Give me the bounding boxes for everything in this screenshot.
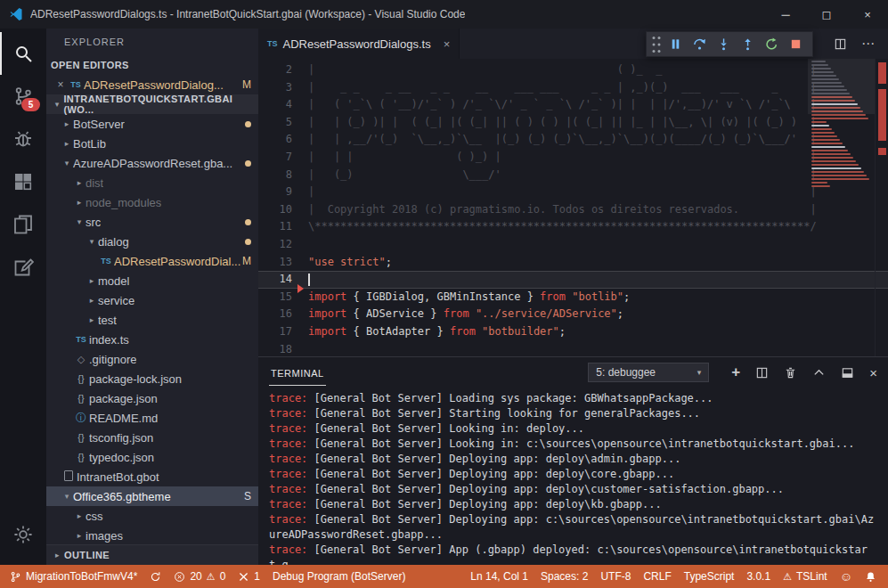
tree-item-typedoc-json[interactable]: {}typedoc.json <box>46 447 258 467</box>
tree-item-src[interactable]: ▾src <box>46 212 258 232</box>
drag-handle-icon[interactable] <box>651 37 662 52</box>
close-button[interactable]: × <box>847 0 888 29</box>
code-line-12[interactable]: 12 <box>258 236 888 254</box>
status-item-typescript[interactable]: TypeScript <box>678 565 741 588</box>
workspace-section-header[interactable]: ▾ INTRANETBOTQUICKSTART.GBAI (WO... <box>46 94 258 114</box>
problems-status[interactable]: 20 ⚠ 0 <box>167 565 232 588</box>
minimize-button[interactable]: ─ <box>765 0 806 29</box>
debug-status[interactable]: Debug Program (BotServer) <box>266 565 411 588</box>
settings-gear-button[interactable] <box>0 513 46 556</box>
tree-item-package-json[interactable]: {}package.json <box>46 388 258 408</box>
line-number: 16 <box>258 306 292 323</box>
notifications-button[interactable] <box>859 565 883 588</box>
tree-item-botserver[interactable]: ▸BotServer <box>46 114 258 134</box>
code-line-17[interactable]: 17import { BotAdapter } from "botbuilder… <box>258 323 888 341</box>
code-line-10[interactable]: 10| Copyright 2018 (c) pragmatismo.io. T… <box>258 201 888 219</box>
code-line-5[interactable]: 5| | (_) )| | ( (_| |( (_| || ( ) ( ) |(… <box>258 114 888 132</box>
tree-item-readme-md[interactable]: ⓘREADME.md <box>46 408 258 428</box>
tree-item-model[interactable]: ▸model <box>46 271 258 290</box>
split-terminal-button[interactable] <box>755 366 769 380</box>
toggle-panel-position-button[interactable] <box>841 366 854 380</box>
code-line-14[interactable]: 14 <box>258 271 888 289</box>
code-editor[interactable]: 2| ( )_ _ |3| _ _ _ __ _ _ __ ___ ___ _ … <box>258 59 888 356</box>
activity-extensions-button[interactable] <box>0 160 46 203</box>
tree-item-office365-gbtheme[interactable]: ▾Office365.gbthemeS <box>46 486 258 506</box>
stop-button[interactable] <box>784 33 808 55</box>
kill-terminal-button[interactable] <box>784 366 797 380</box>
tasks-status[interactable]: 1 <box>232 565 266 588</box>
minimap-slider[interactable] <box>808 59 876 114</box>
tree-item-service[interactable]: ▸service <box>46 290 258 310</box>
status-item-ln-14-col-1[interactable]: Ln 14, Col 1 <box>464 565 534 588</box>
step-out-button[interactable] <box>736 33 760 55</box>
pause-button[interactable] <box>664 33 688 55</box>
tab-close-icon[interactable]: × <box>444 37 451 51</box>
status-item-3-0-1[interactable]: 3.0.1 <box>740 565 777 588</box>
terminal-output[interactable]: trace: [General Bot Server] Loading sys … <box>258 388 888 565</box>
tree-item-dialog[interactable]: ▾dialog <box>46 232 258 251</box>
maximize-button[interactable]: ◻ <box>806 0 847 29</box>
tree-item-tsconfig-json[interactable]: {}tsconfig.json <box>46 428 258 447</box>
tree-item-botlib[interactable]: ▸BotLib <box>46 134 258 153</box>
sync-button[interactable] <box>143 565 167 588</box>
restart-button[interactable] <box>760 33 784 55</box>
code-line-16[interactable]: 16import { ADService } from "../service/… <box>258 306 888 323</box>
open-editor-item[interactable]: ×TSADResetPasswordDialog...M <box>46 75 258 94</box>
activity-source-control-button[interactable]: 5 <box>0 75 46 118</box>
tree-item-adresetpassworddial[interactable]: TSADResetPasswordDial...M <box>46 251 258 271</box>
code-line-9[interactable]: 9| | <box>258 184 888 201</box>
code-line-11[interactable]: 11\*************************************… <box>258 218 888 236</box>
maximize-panel-button[interactable] <box>812 366 826 380</box>
tab-terminal[interactable]: TERMINAL <box>269 360 326 386</box>
code-line-6[interactable]: 6| | ,__/'(_) `\__,_)`\__ |(_) (_) (_)`\… <box>258 131 888 149</box>
close-icon[interactable]: × <box>53 78 68 91</box>
code-line-8[interactable]: 8| (_) \___/' | <box>258 167 888 184</box>
tree-item-dist[interactable]: ▸dist <box>46 173 258 192</box>
code-line-18[interactable]: 18 <box>258 341 888 357</box>
line-number: 13 <box>258 254 292 272</box>
activity-search-button[interactable] <box>0 32 46 75</box>
new-terminal-button[interactable]: + <box>731 363 740 381</box>
status-item-spaces-2[interactable]: Spaces: 2 <box>534 565 594 588</box>
vscode-window: ADResetPasswordDialogs.ts - IntranetBotQ… <box>0 0 888 588</box>
activity-files-button[interactable] <box>0 203 46 246</box>
step-over-button[interactable] <box>688 33 712 55</box>
tree-item-css[interactable]: ▸css <box>46 506 258 526</box>
close-panel-button[interactable]: × <box>869 365 877 380</box>
tree-item-intranetbot-gbot[interactable]: IntranetBot.gbot <box>46 467 258 486</box>
tree-item-node-modules[interactable]: ▸node_modules <box>46 192 258 212</box>
activity-debug-button[interactable] <box>0 118 46 160</box>
tree-item-test[interactable]: ▸test <box>46 310 258 330</box>
feedback-button[interactable]: ☺ <box>834 565 859 588</box>
code-line-13[interactable]: 13"use strict"; <box>258 254 888 272</box>
line-number: 4 <box>258 96 292 114</box>
outline-section-header[interactable]: ▸ OUTLINE <box>46 544 258 565</box>
tree-item-images[interactable]: ▸images <box>46 526 258 545</box>
terminal-select[interactable]: 5: debuggee ▾ <box>588 363 709 382</box>
split-editor-button[interactable] <box>834 37 847 51</box>
open-editors-header[interactable]: OPEN EDITORS <box>46 55 258 75</box>
tree-item-package-lock-json[interactable]: {}package-lock.json <box>46 369 258 388</box>
tree-item-azureadpasswordreset-gba[interactable]: ▾AzureADPasswordReset.gba... <box>46 153 258 173</box>
git-branch-status[interactable]: MigrationToBotFmwV4* <box>4 565 143 588</box>
activity-edit-button[interactable] <box>0 246 46 289</box>
code-line-15[interactable]: 15import { IGBDialog, GBMinInstance } fr… <box>258 289 888 306</box>
line-number: 2 <box>258 61 292 79</box>
tab-adresetpassworddialogs[interactable]: TS ADResetPasswordDialogs.ts × <box>258 29 460 59</box>
status-item-tslint[interactable]: ⚠TSLint <box>777 565 834 588</box>
chevron-right-icon: ▸ <box>86 276 98 285</box>
more-actions-button[interactable]: ⋯ <box>861 36 876 52</box>
code-line-3[interactable]: 3| _ _ _ __ _ _ __ ___ ___ _ _ | ,_)(_) … <box>258 79 888 97</box>
step-into-button[interactable] <box>712 33 736 55</box>
tree-item-gitignore[interactable]: ◇.gitignore <box>46 349 258 369</box>
tree-item-index-ts[interactable]: TSindex.ts <box>46 330 258 349</box>
status-item-crlf[interactable]: CRLF <box>637 565 677 588</box>
files-icon <box>12 214 34 235</box>
minimap[interactable] <box>808 59 876 356</box>
status-item-utf-8[interactable]: UTF-8 <box>594 565 637 588</box>
code-line-4[interactable]: 4| ( '_`\ ( '__)/'_` ) /'_ `\/' _ ` _ `\… <box>258 96 888 114</box>
overview-ruler[interactable] <box>875 59 888 356</box>
code-line-2[interactable]: 2| ( )_ _ | <box>258 61 888 79</box>
code-line-7[interactable]: 7| | | ( )_) | | <box>258 149 888 167</box>
status-right-items: Ln 14, Col 1Spaces: 2UTF-8CRLFTypeScript… <box>464 565 833 588</box>
